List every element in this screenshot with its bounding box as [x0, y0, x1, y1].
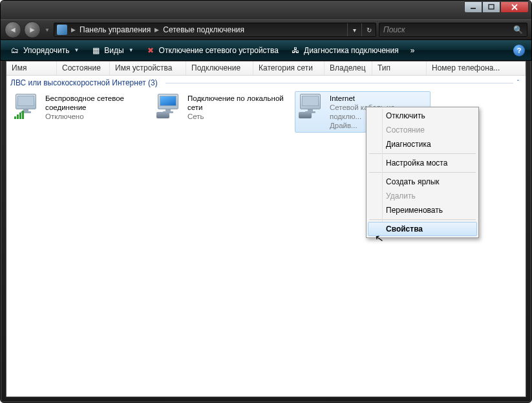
close-button[interactable] [500, 1, 529, 13]
collapse-icon[interactable]: ˆ [517, 80, 522, 87]
search-input[interactable]: Поиск 🔍 [379, 23, 527, 37]
menu-disable[interactable]: Отключить [368, 109, 477, 123]
nav-bar: ◄ ► ▼ ▶ Панель управления ▶ Сетевые подк… [1, 19, 531, 40]
item-line1: Подключение по локальной [187, 94, 284, 103]
titlebar [1, 1, 531, 19]
item-line3: Сеть [187, 112, 284, 121]
overflow-button[interactable]: » [405, 44, 420, 57]
menu-bridge[interactable]: Настройка моста [368, 156, 477, 170]
chevron-overflow-icon: » [410, 46, 415, 55]
item-line1: Беспроводное сетевое [45, 94, 124, 103]
address-bar[interactable]: ▶ Панель управления ▶ Сетевые подключени… [54, 23, 376, 37]
diagnose-icon: 🖧 [290, 45, 301, 56]
organize-button[interactable]: 🗂 Упорядочить ▼ [5, 43, 84, 58]
group-header[interactable]: ЛВС или высокоскоростной Интернет (3) ˆ [6, 76, 526, 90]
item-line3: Отключено [45, 112, 124, 121]
connection-item-wireless[interactable]: Беспроводное сетевое соединение Отключен… [10, 91, 146, 133]
disable-icon: ✖ [145, 45, 156, 56]
menu-shortcut[interactable]: Создать ярлык [368, 175, 477, 189]
internet-icon [297, 94, 326, 120]
svg-rect-0 [471, 8, 476, 9]
forward-button[interactable]: ► [24, 21, 41, 38]
organize-icon: 🗂 [10, 45, 20, 56]
search-placeholder: Поиск [383, 25, 405, 34]
column-header-owner[interactable]: Владелец [325, 61, 372, 75]
chevron-down-icon: ▼ [129, 47, 134, 53]
disable-label: Отключение сетевого устройства [159, 46, 279, 55]
item-info: Подключение по локальной сети Сеть [187, 94, 284, 130]
back-button[interactable]: ◄ [5, 21, 21, 38]
help-button[interactable]: ? [513, 45, 525, 56]
breadcrumb-item[interactable]: Панель управления [80, 25, 151, 34]
maximize-button[interactable] [482, 1, 500, 13]
wireless-icon [13, 94, 41, 120]
group-separator [165, 83, 513, 83]
disable-device-button[interactable]: ✖ Отключение сетевого устройства [140, 43, 284, 58]
command-bar: 🗂 Упорядочить ▼ ▦ Виды ▼ ✖ Отключение се… [1, 40, 531, 61]
item-line2: соединение [45, 103, 124, 112]
menu-delete: Удалить [368, 189, 477, 203]
column-header-phone[interactable]: Номер телефона... [427, 61, 526, 75]
menu-rename[interactable]: Переименовать [368, 203, 477, 217]
views-icon: ▦ [90, 45, 101, 56]
location-icon [57, 25, 67, 35]
menu-status: Состояние [368, 123, 477, 137]
views-button[interactable]: ▦ Виды ▼ [85, 43, 138, 58]
refresh-button[interactable]: ↻ [361, 23, 376, 36]
column-header-device[interactable]: Имя устройства [110, 61, 186, 75]
client-area: Имя Состояние Имя устройства Подключение… [6, 61, 526, 397]
menu-properties[interactable]: Свойства [368, 222, 477, 236]
chevron-right-icon: ▶ [69, 27, 78, 33]
item-line2: сети [187, 103, 284, 112]
history-dropdown[interactable]: ▼ [43, 27, 51, 33]
diagnose-label: Диагностика подключения [304, 46, 399, 55]
search-icon: 🔍 [513, 25, 527, 34]
menu-separator [369, 172, 476, 173]
explorer-window: ◄ ► ▼ ▶ Панель управления ▶ Сетевые подк… [0, 0, 532, 403]
connection-item-lan[interactable]: Подключение по локальной сети Сеть [153, 91, 288, 133]
menu-separator [369, 153, 476, 154]
organize-label: Упорядочить [23, 46, 69, 55]
column-header-state[interactable]: Состояние [57, 61, 110, 75]
column-header-category[interactable]: Категория сети [253, 61, 325, 75]
chevron-right-icon: ▶ [152, 27, 162, 33]
group-title: ЛВС или высокоскоростной Интернет (3) [10, 78, 158, 87]
chevron-down-icon: ▼ [74, 47, 79, 53]
svg-rect-1 [489, 5, 494, 9]
item-info: Беспроводное сетевое соединение Отключен… [45, 94, 124, 130]
item-line1: Internet [330, 94, 428, 103]
address-dropdown[interactable]: ▾ [347, 23, 361, 36]
column-header-name[interactable]: Имя [6, 61, 57, 75]
column-headers: Имя Состояние Имя устройства Подключение… [6, 61, 526, 76]
column-header-type[interactable]: Тип [372, 61, 427, 75]
lan-icon [155, 94, 184, 120]
menu-separator [369, 219, 476, 220]
column-header-connectivity[interactable]: Подключение [186, 61, 253, 75]
breadcrumb-item[interactable]: Сетевые подключения [163, 25, 244, 34]
views-label: Виды [104, 46, 123, 55]
context-menu: Отключить Состояние Диагностика Настройк… [366, 107, 479, 238]
minimize-button[interactable] [464, 1, 482, 13]
window-controls [464, 1, 529, 13]
menu-diagnose[interactable]: Диагностика [368, 137, 477, 151]
diagnose-button[interactable]: 🖧 Диагностика подключения [285, 43, 404, 58]
